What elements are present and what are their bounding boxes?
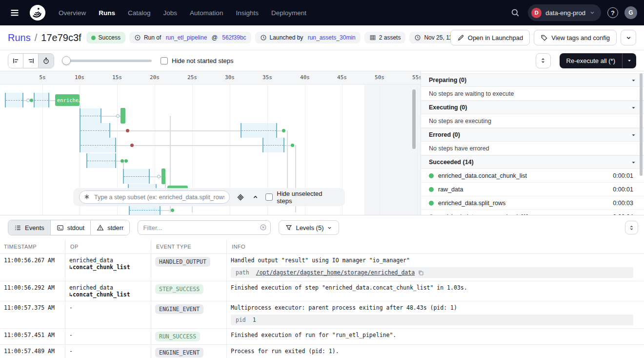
nav-item-deployment[interactable]: Deployment [271,9,306,17]
gantt-skipped-dot[interactable] [126,129,129,132]
run-status-badge[interactable]: Success [86,32,125,43]
nav-item-insights[interactable]: Insights [236,9,259,17]
gantt-connector-line [49,100,55,101]
log-event-type: STEP_SUCCESS [151,281,227,301]
section-header-errored[interactable]: Errored (0) [421,128,644,142]
gantt-pending-box[interactable] [34,93,49,107]
avatar[interactable]: G [624,6,637,19]
log-row[interactable]: 11:00:56.292 AMenriched_data↳concat_chun… [0,281,644,301]
section-header-succeeded[interactable]: Succeeded (14) [421,155,644,169]
nav-item-overview[interactable]: Overview [59,9,86,17]
nav-item-jobs[interactable]: Jobs [163,9,178,17]
expand-collapse-button[interactable] [536,53,551,68]
run-tag[interactable]: Launched by run_assets_30min [255,32,361,43]
tag-link[interactable]: 562f39bc [222,34,246,41]
panel-scrollbar-thumb[interactable] [640,73,643,176]
workspace-switcher[interactable]: D data-eng-prod [528,4,601,21]
step-list-item[interactable]: enriched_data.split_rows0:00:03 [421,196,644,210]
tag-link[interactable]: run_assets_30min [308,34,356,41]
log-filter-input[interactable] [138,220,271,235]
metadata-value: /opt/dagster/dagster_home/storage/enrich… [256,269,424,276]
metadata-value-text: 1 [253,316,256,323]
step-subset-input[interactable] [79,190,230,204]
gantt-success-dot[interactable] [291,144,294,147]
gantt-success-dot[interactable] [121,159,124,163]
log-row[interactable]: 11:00:57.375 AM-ENGINE_EVENTMultiprocess… [0,301,644,329]
log-row[interactable]: 11:00:57.489 AM-ENGINE_EVENTProcess for … [0,345,644,358]
tab-events[interactable]: Events [8,220,51,235]
log-row[interactable]: 11:00:56.267 AMenriched_data↳concat_chun… [0,254,644,281]
run-more-actions-button[interactable] [621,30,636,45]
gantt-scrollbar-thumb[interactable] [412,89,416,149]
layout-flat-button[interactable] [8,54,23,68]
gantt-success-dot[interactable] [282,129,285,132]
gantt-pending-box[interactable] [241,123,277,138]
workspace-badge: D [531,8,542,18]
hide-not-started-checkbox[interactable]: Hide not started steps [161,57,233,64]
graph-query-icon[interactable] [236,192,245,202]
run-tag[interactable]: Run of run_etl_pipeline @ 562f39bc [129,32,251,43]
gantt-zoom-slider[interactable] [63,56,152,65]
nav-item-runs[interactable]: Runs [99,9,115,17]
gantt-success-dot[interactable] [171,209,174,212]
gantt-step-bar[interactable] [121,108,125,124]
metadata-path-link[interactable]: /opt/dagster/dagster_home/storage/enrich… [256,269,415,276]
updown-icon [629,225,634,231]
gantt-success-dot[interactable] [124,159,128,163]
gantt-pending-box[interactable] [123,169,150,184]
gantt-pending-box[interactable] [80,123,110,138]
log-row[interactable]: 11:00:57.451 AM-RUN_SUCCESSFinished exec… [0,329,644,345]
run-header: Runs / 17e79c3f SuccessRun of run_etl_pi… [0,25,644,50]
hide-unselected-checkbox[interactable]: Hide unselected steps [265,190,339,205]
gantt-marker-dot[interactable] [116,114,120,118]
nav-item-automation[interactable]: Automation [190,9,223,17]
gantt-step-bar[interactable] [161,168,165,184]
caret-down-icon[interactable] [623,53,636,68]
breadcrumb-runs-link[interactable]: Runs [8,32,31,43]
log-expand-collapse-button[interactable] [625,221,638,234]
clear-filter-icon[interactable] [260,224,267,231]
log-filter-wrap [138,220,271,235]
layout-waterfall-button[interactable] [23,54,39,68]
view-tags-config-button[interactable]: View tags and config [534,30,617,45]
tag-text: 2 assets [379,34,401,41]
step-list-item[interactable]: raw_data0:00:01 [421,183,644,196]
tab-stdout[interactable]: stdout [51,220,91,235]
levels-dropdown[interactable]: Levels (5) [279,220,339,235]
menu-icon[interactable] [7,5,22,21]
help-icon[interactable] [607,7,618,18]
tag-link[interactable]: run_etl_pipeline [166,34,207,41]
tab-stderr[interactable]: stderr [91,220,129,235]
slider-knob[interactable] [62,56,71,65]
copy-icon[interactable] [418,270,424,276]
gantt-pending-box[interactable] [5,93,23,107]
step-name: enriched_data.concat_chunk_list [438,172,608,179]
run-tag[interactable]: 2 assets [364,32,406,43]
nav-item-catalog[interactable]: Catalog [128,9,151,17]
gantt-pending-box[interactable] [262,138,284,152]
log-op-name: - [69,348,147,355]
axis-tick-label: 40s [300,74,310,81]
section-header-preparing[interactable]: Preparing (0) [421,73,644,87]
section-title: Errored (0) [429,131,631,138]
gantt-pending-box[interactable] [80,138,116,152]
step-list-item[interactable]: enriched_data.concat_chunk_list0:00:01 [421,169,644,183]
search-icon[interactable] [509,6,522,19]
layout-timed-button[interactable] [39,54,54,68]
axis-tick-label: 45s [337,74,347,81]
section-header-executing[interactable]: Executing (0) [421,101,644,114]
gantt-step-bar[interactable]: enriche… [55,94,80,106]
hide-unselected-label: Hide unselected steps [277,190,339,205]
gantt-pending-box[interactable] [86,153,116,168]
chevron-up-icon[interactable] [251,193,260,201]
gantt-pending-box[interactable] [80,108,101,123]
reexecute-all-button[interactable]: Re-execute all (*) [560,53,636,68]
log-toolbar: Eventsstdoutstderr Levels (5) [0,215,644,240]
checkbox-box [265,193,273,201]
gantt-success-dot[interactable] [30,99,33,102]
open-in-launchpad-button[interactable]: Open in Launchpad [450,30,530,45]
gantt-skipped-dot[interactable] [130,144,134,147]
step-list-item[interactable]: enriched_data.process_chunk [1]0:00:04 [421,210,644,215]
gantt-marker-dot[interactable] [26,99,30,102]
gantt-marker-dot[interactable] [157,175,161,178]
